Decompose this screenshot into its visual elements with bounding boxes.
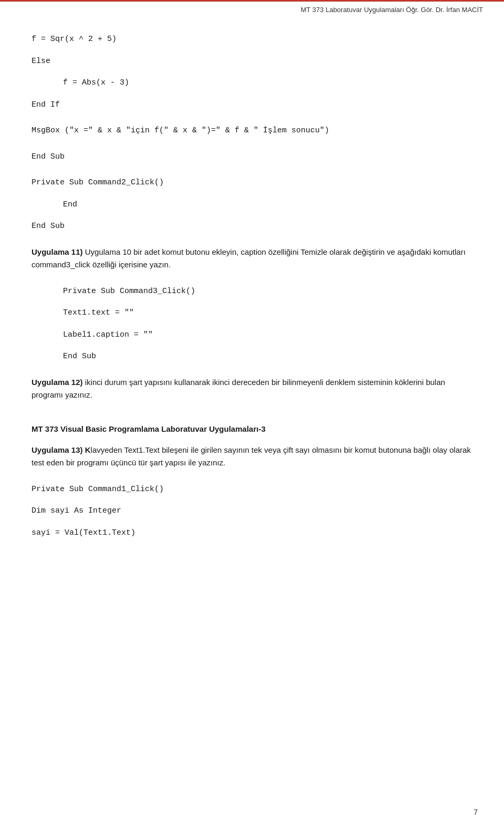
uygulama13-text: Uygulama 13) Klavyeden Text1.Text bileşe… <box>32 444 472 469</box>
code2-line-4: End Sub <box>32 350 472 363</box>
code-line-5: MsgBox ("x =" & x & "için f(" & x & ")="… <box>32 124 472 138</box>
code3-line-1: Private Sub Command1_Click() <box>32 483 472 496</box>
uygulama11-text: Uygulama 11) Uygulama 10 bir adet komut … <box>32 246 472 271</box>
code-line-8: End <box>32 198 472 212</box>
code-line-7: Private Sub Command2_Click() <box>32 176 472 190</box>
code-line-2: Else <box>32 55 472 68</box>
page-number: 7 <box>474 808 478 816</box>
code-line-9: End Sub <box>32 220 472 233</box>
uygulama11-label: Uygulama 11) <box>32 247 83 256</box>
uygulama12-label: Uygulama 12) <box>32 378 83 387</box>
code-line-1: f = Sqr(x ^ 2 + 5) <box>32 33 472 46</box>
page-content: f = Sqr(x ^ 2 + 5) Else f = Abs(x - 3) E… <box>0 22 504 574</box>
uygulama13-desc: lavyeden Text1.Text bileşeni ile girilen… <box>32 445 471 467</box>
code3-line-2: Dim sayi As Integer <box>32 504 472 518</box>
section-title: MT 373 Visual Basic Programlama Laboratu… <box>32 424 472 433</box>
code2-line-1: Private Sub Command3_Click() <box>32 285 472 298</box>
code-line-4: End If <box>32 98 472 112</box>
code-line-3: f = Abs(x - 3) <box>32 76 472 90</box>
code2-line-2: Text1.text = "" <box>32 306 472 320</box>
code3-line-3: sayi = Val(Text1.Text) <box>32 526 472 540</box>
uygulama12-text: Uygulama 12) ikinci durum şart yapısını … <box>32 376 472 401</box>
code2-line-3: Label1.caption = "" <box>32 328 472 342</box>
uygulama12-desc: ikinci durum şart yapısını kullanarak ik… <box>32 378 445 399</box>
page-header: MT 373 Laboratuvar Uygulamaları Öğr. Gör… <box>0 0 504 17</box>
uygulama13-label: Uygulama 13) K <box>32 445 91 454</box>
header-title: MT 373 Laboratuvar Uygulamaları Öğr. Gör… <box>301 6 483 14</box>
uygulama11-desc: Uygulama 10 bir adet komut butonu ekleyi… <box>32 247 466 269</box>
code-line-6: End Sub <box>32 150 472 164</box>
